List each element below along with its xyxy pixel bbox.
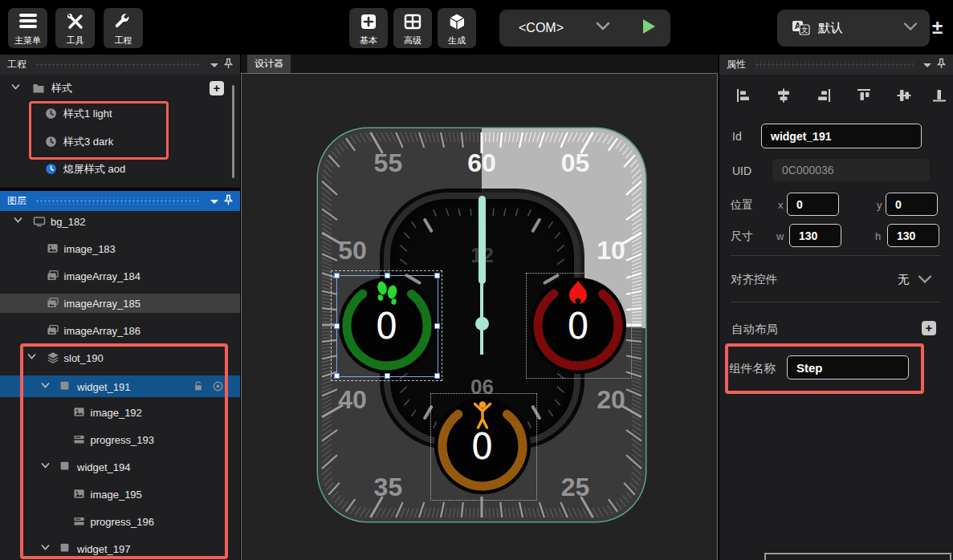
chevron-down-icon[interactable] <box>40 380 51 393</box>
app-window: { "toolbar": { "main_menu_label": "主菜单",… <box>0 0 953 560</box>
image-array-icon <box>47 297 59 310</box>
project-item-3[interactable]: 熄屏样式 aod <box>0 160 240 179</box>
seconds-hand-blade <box>479 196 486 284</box>
panel-pin-icon[interactable] <box>224 58 233 72</box>
com-port-value[interactable]: <COM> <box>519 21 564 35</box>
layer-label: bg_182 <box>51 216 85 228</box>
id-input[interactable]: widget_191 <box>761 124 922 148</box>
layer-row-widget_194[interactable]: widget_194 <box>0 457 240 477</box>
language-chevron-down-icon[interactable] <box>902 21 918 35</box>
layer-row-slot_190[interactable]: slot_190 <box>0 348 240 367</box>
steps-value: 0 <box>339 307 435 346</box>
com-chevron-down-icon[interactable] <box>594 21 612 35</box>
layer-row-image_183[interactable]: image_183 <box>0 239 240 258</box>
hamburger-icon <box>18 12 39 33</box>
position-label: 位置 <box>731 198 753 213</box>
panel-collapse-chevron-icon[interactable] <box>210 194 219 209</box>
widget-activity[interactable]: 0 <box>434 398 531 494</box>
designer-panel: 设计器 6005102025354050551206000 <box>241 55 718 560</box>
layer-row-bg_182[interactable]: bg_182 <box>0 212 240 231</box>
image-icon <box>47 242 59 255</box>
panel-collapse-chevron-icon[interactable] <box>922 58 932 72</box>
widget-heat[interactable]: 0 <box>530 278 626 374</box>
h-input[interactable]: 130 <box>887 224 939 247</box>
layer-row-widget_191[interactable]: widget_191 <box>0 375 240 397</box>
generate-button[interactable]: 生成 <box>438 8 476 48</box>
style-folder-row[interactable]: 样式 <box>0 79 240 98</box>
watchface[interactable]: 6005102025354050551206000 <box>318 128 646 521</box>
chevron-down-icon[interactable] <box>40 461 51 473</box>
lock-open-icon[interactable] <box>193 380 206 393</box>
project-panel-title: 工程 <box>7 58 26 71</box>
x-input[interactable]: 0 <box>787 193 839 216</box>
divider <box>731 255 941 256</box>
layer-label: imageArray_184 <box>64 270 141 282</box>
y-input[interactable]: 0 <box>886 193 938 216</box>
designer-tab[interactable]: 设计器 <box>247 55 291 73</box>
add-auto-layout-button[interactable]: + <box>922 321 936 335</box>
layer-label: progress_193 <box>91 434 155 446</box>
chevron-down-icon[interactable] <box>26 351 37 364</box>
component-name-input[interactable]: Step <box>787 355 909 379</box>
layer-row-image_195[interactable]: image_195 <box>0 485 240 504</box>
folder-icon <box>32 82 45 95</box>
panel-drag-texture <box>755 61 914 68</box>
layer-label: image_192 <box>91 407 142 419</box>
chevron-down-icon[interactable] <box>40 542 51 555</box>
advanced-label: 高级 <box>404 35 422 46</box>
add-remove-language-button[interactable]: ± <box>932 16 943 39</box>
properties-panel: 属性 Id widget_191 UID 0C000036 位置 x 0 y 0… <box>719 55 953 560</box>
layer-row-imageArray_186[interactable]: imageArray_186 <box>0 321 240 340</box>
layer-row-imageArray_184[interactable]: imageArray_184 <box>0 266 240 286</box>
align-top-icon[interactable] <box>855 87 876 108</box>
bezel-number-20: 20 <box>597 385 625 414</box>
project-scrollbar[interactable] <box>232 85 234 178</box>
add-style-button[interactable]: + <box>210 81 224 95</box>
cube-icon <box>447 12 466 34</box>
project-button[interactable]: 工程 <box>104 8 143 48</box>
layers-panel-title: 图层 <box>7 194 26 208</box>
image-array-icon <box>47 324 59 337</box>
slot-icon <box>47 351 59 364</box>
layers-panel-header: 图层 <box>0 191 240 211</box>
layer-label: image_195 <box>91 489 142 501</box>
align-widget-chevron-down-icon[interactable] <box>917 274 933 288</box>
panel-pin-icon[interactable] <box>224 194 233 209</box>
clock-icon <box>45 108 58 120</box>
layer-row-progress_196[interactable]: progress_196 <box>0 512 240 531</box>
bezel-number-10: 10 <box>597 236 625 265</box>
main-menu-button[interactable]: 主菜单 <box>8 8 47 48</box>
style-folder-label: 样式 <box>51 81 72 95</box>
panel-pin-icon[interactable] <box>937 58 946 72</box>
panel-collapse-chevron-icon[interactable] <box>210 58 219 72</box>
align-left-icon[interactable] <box>735 87 755 108</box>
eye-visibility-icon[interactable] <box>212 380 225 393</box>
align-widget-value[interactable]: 无 <box>898 272 910 287</box>
layer-row-imageArray_185[interactable]: imageArray_185 <box>0 294 240 313</box>
tools-button[interactable]: 工具 <box>55 8 95 48</box>
x-label: x <box>778 199 784 211</box>
layer-row-image_192[interactable]: image_192 <box>0 403 240 422</box>
chevron-down-icon[interactable] <box>13 215 23 228</box>
widget-steps[interactable]: 0 <box>339 278 435 374</box>
layer-row-widget_197[interactable]: widget_197 <box>0 539 240 558</box>
hand-pivot-dot <box>475 317 489 331</box>
align-v-center-icon[interactable] <box>895 87 916 108</box>
language-value[interactable]: 默认 <box>818 20 843 37</box>
project-item-2[interactable]: 样式3 dark <box>0 132 240 152</box>
project-item-1[interactable]: 样式1 light <box>0 104 240 124</box>
bezel-number-50: 50 <box>338 236 367 265</box>
advanced-button[interactable]: 高级 <box>393 8 432 48</box>
align-bottom-icon[interactable] <box>931 87 951 108</box>
align-h-center-icon[interactable] <box>775 87 796 108</box>
basic-button[interactable]: 基本 <box>349 8 388 48</box>
w-input[interactable]: 130 <box>789 224 841 247</box>
chevron-down-icon[interactable] <box>10 82 21 95</box>
layer-row-progress_193[interactable]: progress_193 <box>0 430 240 449</box>
align-right-icon[interactable] <box>815 87 836 108</box>
tools-label: 工具 <box>67 35 84 46</box>
inner-number-06: 06 <box>470 375 494 399</box>
project-panel-header: 工程 <box>0 55 240 75</box>
play-icon[interactable] <box>641 18 657 39</box>
designer-canvas[interactable]: 6005102025354050551206000 <box>241 73 718 560</box>
